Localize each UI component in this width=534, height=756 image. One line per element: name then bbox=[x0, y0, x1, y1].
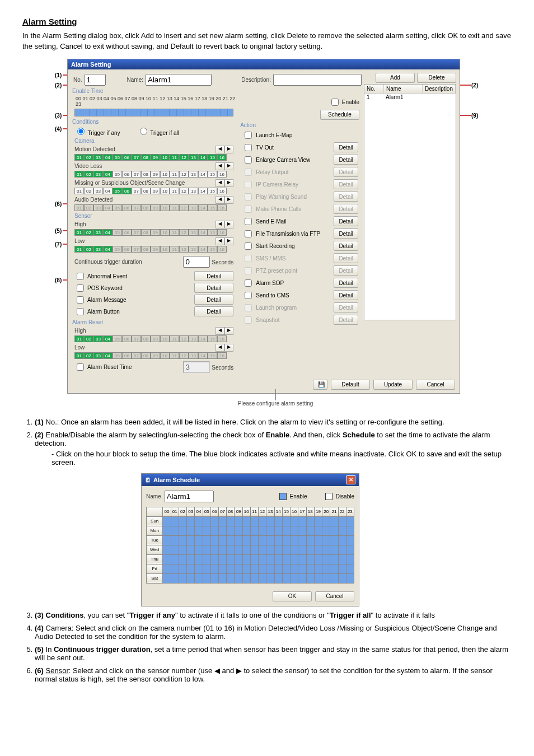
action-email[interactable]: Send E-Mail bbox=[242, 216, 286, 227]
schedule-button[interactable]: Schedule bbox=[320, 110, 359, 120]
add-button[interactable]: Add bbox=[376, 73, 415, 83]
dialog-titlebar: Alarm Setting bbox=[68, 59, 460, 69]
abnormal-checkbox[interactable]: Abnormal Event bbox=[74, 271, 127, 282]
action-snap: Snapshot bbox=[242, 315, 279, 325]
audio-prev-button[interactable]: ◀ bbox=[216, 196, 224, 204]
trigger-all-radio[interactable]: Trigger if all bbox=[137, 126, 179, 136]
sched-name-field[interactable] bbox=[165, 491, 214, 502]
enable-checkbox[interactable]: Enable bbox=[329, 97, 359, 108]
schedule-grid[interactable]: 0001020304050607080910111213141516171819… bbox=[146, 507, 354, 584]
alarm-list-table[interactable]: No. Name Description 1 Alarm1 bbox=[364, 84, 456, 320]
reset-high-prev-button[interactable]: ◀ bbox=[216, 327, 224, 335]
legend-disable-icon bbox=[325, 493, 332, 500]
reset-high-cells[interactable]: 01020304050607080910111213141516 bbox=[74, 335, 233, 342]
sensor-low-cells[interactable]: 01020304050607080910111213141516 bbox=[74, 246, 233, 253]
dialog-title: Alarm Setting bbox=[71, 61, 111, 68]
close-icon[interactable]: ✕ bbox=[346, 475, 355, 484]
enable-time-bar[interactable] bbox=[74, 109, 233, 116]
sched-cancel-button[interactable]: Cancel bbox=[315, 591, 354, 601]
alarmbtn-detail-button[interactable]: Detail bbox=[194, 306, 233, 316]
reset-low-next-button[interactable]: ▶ bbox=[224, 344, 233, 352]
item-5: (5) In Continuous trigger duration, set … bbox=[35, 645, 512, 662]
missing-cells[interactable]: 01020304050607080910111213141516 bbox=[74, 188, 233, 194]
sensor-high-prev-button[interactable]: ◀ bbox=[216, 221, 224, 228]
videoloss-next-button[interactable]: ▶ bbox=[224, 162, 233, 170]
alarm-reset-time-label: Alarm Reset Time bbox=[87, 364, 132, 370]
action-launch: Launch program bbox=[242, 302, 297, 313]
sched-name-label: Name bbox=[146, 493, 161, 500]
action-iprelay: IP Camera Relay bbox=[242, 179, 298, 190]
sched-icon: 🗓 bbox=[145, 477, 151, 483]
intro-paragraph: In the Alarm Setting dialog box, click A… bbox=[22, 31, 512, 52]
alarmbtn-checkbox[interactable]: Alarm Button bbox=[74, 306, 120, 317]
delete-button[interactable]: Delete bbox=[417, 73, 456, 83]
default-button[interactable]: Default bbox=[331, 380, 370, 390]
action-iprelay-detail: Detail bbox=[334, 179, 358, 189]
action-label: Action bbox=[240, 122, 362, 128]
motion-prev-button[interactable]: ◀ bbox=[216, 146, 224, 153]
sensor-low-prev-button[interactable]: ◀ bbox=[216, 237, 224, 245]
item-1: (1) No.: Once an alarm has been added, i… bbox=[35, 418, 512, 426]
missing-next-button[interactable]: ▶ bbox=[224, 179, 233, 187]
missing-prev-button[interactable]: ◀ bbox=[216, 179, 224, 187]
action-ftp[interactable]: File Transmission via FTP bbox=[242, 228, 320, 239]
abnormal-detail-button[interactable]: Detail bbox=[194, 271, 233, 281]
audio-cells[interactable]: 01020304050607080910111213141516 bbox=[74, 204, 233, 211]
item-2: (2) Enable/Disable the alarm by selectin… bbox=[35, 431, 512, 606]
reset-low-prev-button[interactable]: ◀ bbox=[216, 344, 224, 352]
name-field[interactable] bbox=[146, 74, 212, 86]
action-tvout-detail[interactable]: Detail bbox=[334, 142, 358, 152]
no-label: No. bbox=[73, 77, 82, 83]
action-sop[interactable]: Alarm SOP bbox=[242, 278, 284, 288]
action-tvout[interactable]: TV Out bbox=[242, 142, 274, 153]
action-emap[interactable]: Launch E-Map bbox=[242, 130, 292, 141]
no-field[interactable] bbox=[85, 74, 106, 86]
videoloss-cells[interactable]: 01020304050607080910111213141516 bbox=[74, 171, 233, 178]
cancel-button[interactable]: Cancel bbox=[416, 380, 455, 390]
alarm-setting-figure: (1) (2) (3) (4) (6) (5) (7) (8) (2) (9) … bbox=[67, 59, 484, 407]
alarm-reset-time-checkbox[interactable]: Alarm Reset Time bbox=[74, 362, 132, 372]
action-sound-detail: Detail bbox=[334, 192, 358, 202]
section-title: Alarm Setting bbox=[22, 17, 512, 26]
action-enlarge[interactable]: Enlarge Camera View bbox=[242, 155, 310, 165]
videoloss-prev-button[interactable]: ◀ bbox=[216, 162, 224, 170]
action-sop-detail[interactable]: Detail bbox=[334, 278, 358, 288]
item-6: (6) Sensor: Select and click on the sens… bbox=[35, 666, 512, 683]
motion-cells[interactable]: 01020304050607080910111213141516 bbox=[74, 154, 233, 161]
action-rec[interactable]: Start Recording bbox=[242, 241, 294, 251]
legend-enable-icon bbox=[279, 493, 287, 500]
action-cms[interactable]: Send to CMS bbox=[242, 290, 289, 301]
trigger-any-radio[interactable]: Trigger if any bbox=[74, 126, 120, 136]
pos-checkbox[interactable]: POS Keyword bbox=[74, 283, 123, 293]
action-enlarge-detail[interactable]: Detail bbox=[334, 155, 358, 165]
reset-high-next-button[interactable]: ▶ bbox=[224, 327, 233, 335]
action-launch-detail: Detail bbox=[334, 302, 358, 312]
alarmmsg-checkbox[interactable]: Alarm Message bbox=[74, 295, 126, 305]
audio-next-button[interactable]: ▶ bbox=[224, 196, 233, 204]
motion-next-button[interactable]: ▶ bbox=[224, 146, 233, 153]
reset-low-cells[interactable]: 01020304050607080910111213141516 bbox=[74, 352, 233, 359]
alarmbtn-label: Alarm Button bbox=[87, 309, 120, 315]
pos-label: POS Keyword bbox=[87, 285, 123, 291]
desc-field[interactable] bbox=[273, 74, 362, 86]
update-button[interactable]: Update bbox=[373, 380, 413, 390]
action-email-detail[interactable]: Detail bbox=[334, 216, 358, 226]
table-row[interactable]: 1 Alarm1 bbox=[364, 94, 456, 101]
reset-high-label: High bbox=[74, 328, 86, 334]
sched-ok-button[interactable]: OK bbox=[273, 591, 312, 601]
action-rec-detail[interactable]: Detail bbox=[334, 241, 358, 251]
action-sms-detail: Detail bbox=[334, 253, 358, 263]
action-ftp-detail[interactable]: Detail bbox=[334, 228, 358, 239]
ctd-field[interactable] bbox=[183, 256, 210, 268]
action-cms-detail[interactable]: Detail bbox=[334, 290, 358, 300]
save-icon-button[interactable]: 💾 bbox=[313, 380, 327, 390]
sensor-high-cells[interactable]: 01020304050607080910111213141516 bbox=[74, 229, 233, 236]
pos-detail-button[interactable]: Detail bbox=[194, 283, 233, 293]
action-sms: SMS / MMS bbox=[242, 253, 285, 264]
action-phone-detail: Detail bbox=[334, 204, 358, 214]
alarmmsg-label: Alarm Message bbox=[87, 297, 126, 303]
sensor-low-next-button[interactable]: ▶ bbox=[224, 237, 233, 245]
video-loss-label: Video Loss bbox=[74, 163, 102, 169]
alarmmsg-detail-button[interactable]: Detail bbox=[194, 295, 233, 305]
sensor-high-next-button[interactable]: ▶ bbox=[224, 221, 233, 228]
